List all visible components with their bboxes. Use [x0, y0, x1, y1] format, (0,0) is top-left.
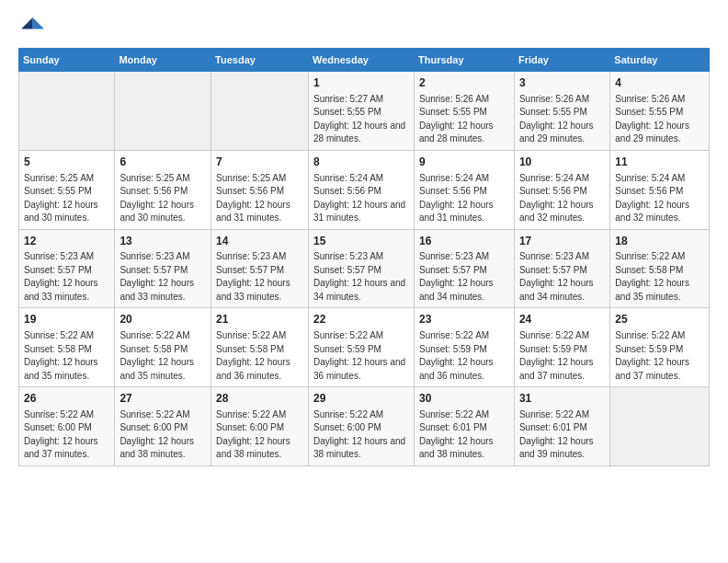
day-number: 2: [419, 75, 509, 91]
day-number: 8: [313, 155, 409, 170]
day-info: Sunrise: 5:25 AMSunset: 5:55 PMDaylight:…: [24, 172, 109, 225]
day-cell: 13Sunrise: 5:23 AMSunset: 5:57 PMDayligh…: [115, 229, 211, 308]
day-number: 28: [216, 391, 303, 407]
header-friday: Friday: [514, 49, 609, 72]
day-cell: 17Sunrise: 5:23 AMSunset: 5:57 PMDayligh…: [514, 229, 609, 308]
day-info: Sunrise: 5:22 AMSunset: 6:01 PMDaylight:…: [419, 408, 509, 462]
day-info: Sunrise: 5:22 AMSunset: 6:00 PMDaylight:…: [216, 408, 303, 462]
day-info: Sunrise: 5:24 AMSunset: 5:56 PMDaylight:…: [313, 172, 409, 225]
day-number: 4: [615, 75, 704, 91]
day-info: Sunrise: 5:23 AMSunset: 5:57 PMDaylight:…: [419, 250, 509, 304]
calendar-header: SundayMondayTuesdayWednesdayThursdayFrid…: [19, 49, 710, 72]
day-number: 30: [419, 391, 509, 407]
day-number: 26: [24, 391, 109, 407]
day-cell: 9Sunrise: 5:24 AMSunset: 5:56 PMDaylight…: [414, 150, 514, 229]
header-monday: Monday: [115, 49, 211, 72]
day-cell: 7Sunrise: 5:25 AMSunset: 5:56 PMDaylight…: [211, 150, 309, 229]
header-sunday: Sunday: [19, 49, 115, 72]
day-number: 3: [519, 75, 605, 91]
day-cell: 2Sunrise: 5:26 AMSunset: 5:55 PMDaylight…: [414, 72, 514, 151]
day-info: Sunrise: 5:22 AMSunset: 5:58 PMDaylight:…: [119, 329, 206, 383]
day-info: Sunrise: 5:22 AMSunset: 5:58 PMDaylight:…: [615, 250, 704, 304]
header-saturday: Saturday: [610, 49, 710, 72]
calendar-body: 1Sunrise: 5:27 AMSunset: 5:55 PMDaylight…: [19, 72, 710, 466]
day-cell: 24Sunrise: 5:22 AMSunset: 5:59 PMDayligh…: [514, 308, 609, 387]
svg-marker-1: [21, 17, 32, 29]
day-number: 21: [216, 312, 303, 327]
day-info: Sunrise: 5:23 AMSunset: 5:57 PMDaylight:…: [216, 250, 303, 304]
day-number: 25: [615, 312, 704, 327]
day-number: 11: [615, 155, 704, 170]
day-info: Sunrise: 5:27 AMSunset: 5:55 PMDaylight:…: [313, 93, 409, 146]
day-info: Sunrise: 5:22 AMSunset: 5:58 PMDaylight:…: [24, 329, 109, 383]
logo-icon: [18, 15, 44, 40]
day-cell: 28Sunrise: 5:22 AMSunset: 6:00 PMDayligh…: [211, 387, 309, 466]
day-number: 13: [119, 234, 206, 249]
day-cell: 5Sunrise: 5:25 AMSunset: 5:55 PMDaylight…: [19, 150, 115, 229]
calendar-table: SundayMondayTuesdayWednesdayThursdayFrid…: [18, 48, 710, 466]
week-row-1: 1Sunrise: 5:27 AMSunset: 5:55 PMDaylight…: [19, 72, 710, 151]
day-cell: 26Sunrise: 5:22 AMSunset: 6:00 PMDayligh…: [19, 387, 115, 466]
day-info: Sunrise: 5:25 AMSunset: 5:56 PMDaylight:…: [119, 172, 206, 225]
day-cell: 21Sunrise: 5:22 AMSunset: 5:58 PMDayligh…: [211, 308, 309, 387]
day-number: 20: [119, 312, 206, 327]
day-number: 27: [119, 391, 206, 407]
day-info: Sunrise: 5:25 AMSunset: 5:56 PMDaylight:…: [216, 172, 303, 225]
day-cell: [115, 72, 211, 151]
day-info: Sunrise: 5:22 AMSunset: 6:00 PMDaylight:…: [24, 408, 109, 462]
day-cell: 30Sunrise: 5:22 AMSunset: 6:01 PMDayligh…: [414, 387, 514, 466]
day-number: 12: [24, 234, 109, 249]
header-tuesday: Tuesday: [211, 49, 309, 72]
day-cell: 16Sunrise: 5:23 AMSunset: 5:57 PMDayligh…: [414, 229, 514, 308]
day-info: Sunrise: 5:22 AMSunset: 6:00 PMDaylight:…: [119, 408, 206, 462]
day-cell: 6Sunrise: 5:25 AMSunset: 5:56 PMDaylight…: [115, 150, 211, 229]
day-cell: 12Sunrise: 5:23 AMSunset: 5:57 PMDayligh…: [19, 229, 115, 308]
day-info: Sunrise: 5:26 AMSunset: 5:55 PMDaylight:…: [615, 93, 704, 146]
day-cell: 27Sunrise: 5:22 AMSunset: 6:00 PMDayligh…: [115, 387, 211, 466]
day-cell: 25Sunrise: 5:22 AMSunset: 5:59 PMDayligh…: [610, 308, 710, 387]
day-cell: 19Sunrise: 5:22 AMSunset: 5:58 PMDayligh…: [19, 308, 115, 387]
week-row-4: 19Sunrise: 5:22 AMSunset: 5:58 PMDayligh…: [19, 308, 710, 387]
logo: [18, 15, 50, 40]
header: [18, 15, 710, 40]
day-info: Sunrise: 5:24 AMSunset: 5:56 PMDaylight:…: [419, 172, 509, 225]
day-cell: 23Sunrise: 5:22 AMSunset: 5:59 PMDayligh…: [414, 308, 514, 387]
day-cell: [211, 72, 309, 151]
day-number: 24: [519, 312, 605, 327]
day-cell: 11Sunrise: 5:24 AMSunset: 5:56 PMDayligh…: [610, 150, 710, 229]
day-info: Sunrise: 5:22 AMSunset: 5:59 PMDaylight:…: [313, 329, 409, 383]
day-number: 18: [615, 234, 704, 249]
day-info: Sunrise: 5:23 AMSunset: 5:57 PMDaylight:…: [313, 250, 409, 304]
day-cell: 31Sunrise: 5:22 AMSunset: 6:01 PMDayligh…: [514, 387, 609, 466]
day-cell: 22Sunrise: 5:22 AMSunset: 5:59 PMDayligh…: [309, 308, 415, 387]
svg-marker-0: [33, 17, 44, 29]
day-info: Sunrise: 5:22 AMSunset: 5:59 PMDaylight:…: [519, 329, 605, 383]
header-wednesday: Wednesday: [309, 49, 415, 72]
day-info: Sunrise: 5:23 AMSunset: 5:57 PMDaylight:…: [119, 250, 206, 304]
day-number: 16: [419, 234, 509, 249]
day-info: Sunrise: 5:22 AMSunset: 5:59 PMDaylight:…: [419, 329, 509, 383]
day-info: Sunrise: 5:26 AMSunset: 5:55 PMDaylight:…: [419, 93, 509, 146]
day-cell: 15Sunrise: 5:23 AMSunset: 5:57 PMDayligh…: [309, 229, 415, 308]
day-info: Sunrise: 5:22 AMSunset: 6:00 PMDaylight:…: [313, 408, 409, 462]
day-number: 15: [313, 234, 409, 249]
week-row-3: 12Sunrise: 5:23 AMSunset: 5:57 PMDayligh…: [19, 229, 710, 308]
day-number: 29: [313, 391, 409, 407]
day-info: Sunrise: 5:22 AMSunset: 6:01 PMDaylight:…: [519, 408, 605, 462]
day-number: 31: [519, 391, 605, 407]
day-number: 5: [24, 155, 109, 170]
week-row-2: 5Sunrise: 5:25 AMSunset: 5:55 PMDaylight…: [19, 150, 710, 229]
day-info: Sunrise: 5:22 AMSunset: 5:58 PMDaylight:…: [216, 329, 303, 383]
day-number: 23: [419, 312, 509, 327]
day-cell: 3Sunrise: 5:26 AMSunset: 5:55 PMDaylight…: [514, 72, 609, 151]
day-number: 14: [216, 234, 303, 249]
day-cell: 1Sunrise: 5:27 AMSunset: 5:55 PMDaylight…: [309, 72, 415, 151]
header-thursday: Thursday: [414, 49, 514, 72]
day-cell: 8Sunrise: 5:24 AMSunset: 5:56 PMDaylight…: [309, 150, 415, 229]
day-number: 10: [519, 155, 605, 170]
day-info: Sunrise: 5:23 AMSunset: 5:57 PMDaylight:…: [24, 250, 109, 304]
day-cell: 20Sunrise: 5:22 AMSunset: 5:58 PMDayligh…: [115, 308, 211, 387]
day-number: 1: [313, 75, 409, 91]
day-number: 9: [419, 155, 509, 170]
day-cell: 4Sunrise: 5:26 AMSunset: 5:55 PMDaylight…: [610, 72, 710, 151]
